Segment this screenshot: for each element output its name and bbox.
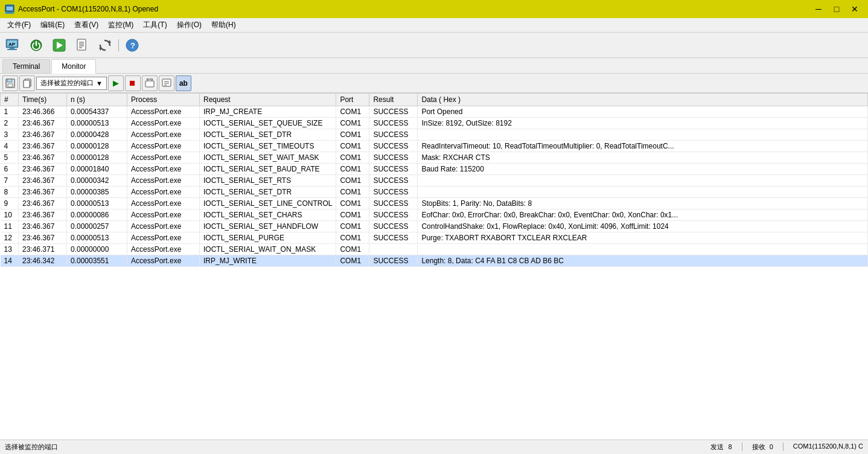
- cell-row5-col1: 5: [1, 152, 19, 164]
- cell-row3-col3: 0.00000428: [67, 129, 127, 141]
- cell-row11-col5: IOCTL_SERIAL_SET_HANDFLOW: [200, 221, 336, 232]
- cell-row9-col3: 0.00000513: [67, 198, 127, 209]
- cell-row4-col7: SUCCESS: [369, 141, 418, 152]
- table-row[interactable]: 1023:46.3670.00000086AccessPort.exeIOCTL…: [1, 209, 868, 221]
- file-button[interactable]: [71, 34, 93, 56]
- cell-row4-col8: ReadIntervalTimeout: 10, ReadTotalTimeou…: [418, 141, 868, 152]
- export-button[interactable]: [159, 75, 174, 91]
- cell-row12-col8: Purge: TXABORT RXABORT TXCLEAR RXCLEAR: [418, 232, 868, 244]
- cell-row8-col3: 0.00000385: [67, 187, 127, 198]
- cell-row4-col2: 23:46.367: [19, 141, 67, 152]
- power-button[interactable]: [25, 34, 47, 56]
- svg-rect-26: [145, 81, 154, 87]
- cell-row1-col5: IRP_MJ_CREATE: [200, 106, 336, 118]
- cell-row11-col4: AccessPort.exe: [127, 221, 200, 232]
- close-button[interactable]: ✕: [846, 3, 863, 15]
- cell-row3-col2: 23:46.367: [19, 129, 67, 141]
- table-row[interactable]: 1423:46.3420.00003551AccessPort.exeIRP_M…: [1, 255, 868, 267]
- cell-row9-col2: 23:46.367: [19, 198, 67, 209]
- cell-row8-col6: COM1: [336, 187, 369, 198]
- cell-row10-col6: COM1: [336, 209, 369, 221]
- col-header-time: Time(s): [19, 94, 67, 106]
- cell-row1-col4: AccessPort.exe: [127, 106, 200, 118]
- table-row[interactable]: 823:46.3670.00000385AccessPort.exeIOCTL_…: [1, 187, 868, 198]
- menu-monitor[interactable]: 监控(M): [103, 19, 138, 31]
- cell-row13-col2: 23:46.371: [19, 244, 67, 255]
- status-divider-2: [783, 443, 783, 451]
- menu-file[interactable]: 文件(F): [2, 19, 36, 31]
- cell-row9-col1: 9: [1, 198, 19, 209]
- svg-rect-23: [8, 84, 13, 87]
- cell-row3-col7: SUCCESS: [369, 129, 418, 141]
- status-right: 发送 8 接收 0 COM1(115200,N,8,1) C: [710, 443, 863, 452]
- menu-tools[interactable]: 工具(T): [138, 19, 171, 31]
- cell-row14-col1: 14: [1, 255, 19, 267]
- menu-view[interactable]: 查看(V): [69, 19, 103, 31]
- monitor-toolbar: 选择被监控的端口 ▼ ▶ ⏹ ab: [0, 74, 868, 93]
- table-row[interactable]: 223:46.3670.00000513AccessPort.exeIOCTL_…: [1, 118, 868, 129]
- cell-row5-col6: COM1: [336, 152, 369, 164]
- main-content: # Time(s) n (s) Process Request Port Res…: [0, 93, 868, 440]
- cell-row6-col5: IOCTL_SERIAL_SET_BAUD_RATE: [200, 164, 336, 175]
- cell-row7-col7: SUCCESS: [369, 175, 418, 187]
- svg-rect-25: [24, 80, 30, 88]
- cell-row5-col3: 0.00000128: [67, 152, 127, 164]
- port-info: COM1(115200,N,8,1) C: [793, 443, 863, 452]
- cell-row4-col5: IOCTL_SERIAL_SET_TIMEOUTS: [200, 141, 336, 152]
- cell-row5-col2: 23:46.367: [19, 152, 67, 164]
- cell-row12-col1: 12: [1, 232, 19, 244]
- port-selector-button[interactable]: 选择被监控的端口 ▼: [36, 77, 107, 90]
- svg-rect-8: [7, 49, 17, 50]
- cell-row10-col3: 0.00000086: [67, 209, 127, 221]
- table-row[interactable]: 1223:46.3670.00000513AccessPort.exeIOCTL…: [1, 232, 868, 244]
- clear-button[interactable]: [142, 75, 158, 91]
- status-bar: 选择被监控的端口 发送 8 接收 0 COM1(115200,N,8,1) C: [0, 440, 868, 454]
- help-button[interactable]: ?: [121, 34, 143, 56]
- cell-row11-col2: 23:46.367: [19, 221, 67, 232]
- cell-row8-col7: SUCCESS: [369, 187, 418, 198]
- title-bar: AccessPort - COM1(115200,N,8,1) Opened ─…: [0, 0, 868, 18]
- cell-row1-col2: 23:46.366: [19, 106, 67, 118]
- cell-row13-col3: 0.00000000: [67, 244, 127, 255]
- tab-terminal[interactable]: Terminal: [2, 59, 50, 73]
- table-row[interactable]: 1123:46.3670.00000257AccessPort.exeIOCTL…: [1, 221, 868, 232]
- data-table-container[interactable]: # Time(s) n (s) Process Request Port Res…: [0, 93, 868, 440]
- cell-row14-col3: 0.00003551: [67, 255, 127, 267]
- cell-row1-col7: SUCCESS: [369, 106, 418, 118]
- start-monitor-button[interactable]: ▶: [108, 75, 124, 91]
- cell-row11-col3: 0.00000257: [67, 221, 127, 232]
- cell-row5-col7: SUCCESS: [369, 152, 418, 164]
- cell-row6-col7: SUCCESS: [369, 164, 418, 175]
- stop-monitor-button[interactable]: ⏹: [125, 75, 141, 91]
- tab-monitor[interactable]: Monitor: [51, 59, 96, 74]
- cell-row13-col5: IOCTL_SERIAL_WAIT_ON_MASK: [200, 244, 336, 255]
- cell-row5-col5: IOCTL_SERIAL_SET_WAIT_MASK: [200, 152, 336, 164]
- maximize-button[interactable]: □: [828, 3, 845, 15]
- table-row[interactable]: 1323:46.3710.00000000AccessPort.exeIOCTL…: [1, 244, 868, 255]
- copy-button[interactable]: [19, 75, 35, 91]
- arrow-button[interactable]: [48, 34, 70, 56]
- table-row[interactable]: 423:46.3670.00000128AccessPort.exeIOCTL_…: [1, 141, 868, 152]
- table-row[interactable]: 523:46.3670.00000128AccessPort.exeIOCTL_…: [1, 152, 868, 164]
- table-row[interactable]: 123:46.3660.00054337AccessPort.exeIRP_MJ…: [1, 106, 868, 118]
- cell-row2-col1: 2: [1, 118, 19, 129]
- cell-row4-col1: 4: [1, 141, 19, 152]
- cell-row11-col6: COM1: [336, 221, 369, 232]
- table-row[interactable]: 923:46.3670.00000513AccessPort.exeIOCTL_…: [1, 198, 868, 209]
- save-log-button[interactable]: [2, 75, 18, 91]
- menu-help[interactable]: 帮助(H): [206, 19, 241, 31]
- table-row[interactable]: 323:46.3670.00000428AccessPort.exeIOCTL_…: [1, 129, 868, 141]
- refresh-button[interactable]: [94, 34, 116, 56]
- minimize-button[interactable]: ─: [810, 3, 827, 15]
- menu-operations[interactable]: 操作(O): [172, 19, 206, 31]
- table-row[interactable]: 723:46.3670.00000342AccessPort.exeIOCTL_…: [1, 175, 868, 187]
- cell-row10-col5: IOCTL_SERIAL_SET_CHARS: [200, 209, 336, 221]
- format-ab-button[interactable]: ab: [176, 75, 191, 91]
- menu-edit[interactable]: 编辑(E): [36, 19, 69, 31]
- cell-row8-col5: IOCTL_SERIAL_SET_DTR: [200, 187, 336, 198]
- table-row[interactable]: 623:46.3670.00001840AccessPort.exeIOCTL_…: [1, 164, 868, 175]
- cell-row3-col6: COM1: [336, 129, 369, 141]
- cell-row4-col4: AccessPort.exe: [127, 141, 200, 152]
- logo-button[interactable]: AP: [2, 34, 24, 56]
- cell-row3-col1: 3: [1, 129, 19, 141]
